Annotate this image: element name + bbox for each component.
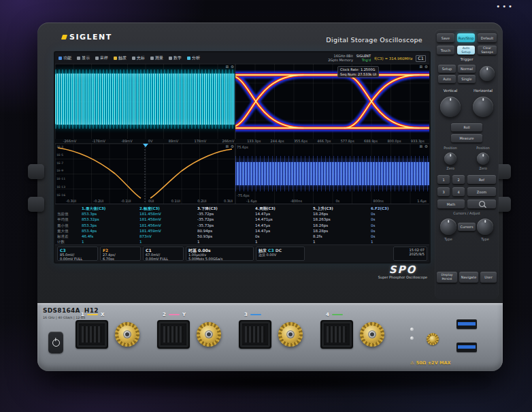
menu-item[interactable]: 光标	[132, 55, 145, 61]
menu-item[interactable]: 触发	[114, 55, 127, 61]
axis-label: 933.3ps	[411, 139, 425, 144]
axis-label: 75.6ps	[237, 145, 248, 150]
channel-badge[interactable]: C1	[416, 55, 426, 62]
display-persist-button[interactable]: Display Persist	[437, 272, 457, 283]
plot-jitter-track[interactable]: ⊞ ⚙ 75.6ps -75.6ps -1.6μs-800ns0s800ns1.…	[235, 144, 429, 204]
channel-status-box[interactable]: C1 67.0mV/ 0.00mV FULL	[143, 247, 184, 261]
navigate-button[interactable]: Navigate	[459, 272, 478, 283]
touch-button[interactable]: Touch	[437, 46, 454, 54]
expand-icon[interactable]: ⊞	[419, 65, 422, 69]
trigger-auto-button[interactable]: Auto	[438, 75, 456, 83]
channel-4-button[interactable]: 4	[452, 187, 465, 196]
axis-label: 1E-13	[56, 185, 65, 189]
horizontal-scale-knob[interactable]	[473, 97, 493, 117]
memory-info: 16GHz-8Bit 2Gpts Memory	[328, 54, 353, 62]
table-cell: 2.幅度(C3)	[139, 206, 196, 211]
plot-bathtub-curve[interactable]: ⊞ ⚙ 1E-31E-51E-71E-91E-111E-131E-16 -	[55, 144, 235, 204]
axis-label: 0.1UI	[171, 199, 180, 204]
menu-item[interactable]: 显示	[77, 55, 90, 61]
search-button[interactable]	[467, 200, 496, 208]
bnc-center-pin	[125, 332, 129, 336]
table-cell	[57, 206, 80, 211]
probe-interface-connector	[320, 320, 353, 349]
menu-item[interactable]: 测量	[150, 55, 163, 61]
memory-depth-label: 2Gpts Memory	[328, 59, 353, 63]
channel-name: C3	[60, 248, 95, 253]
axis-label: 577.8ps	[341, 139, 354, 144]
channel-input-group: 1 X	[76, 311, 148, 349]
zoom-button[interactable]: Zoom	[467, 187, 496, 196]
settings-icon[interactable]: ⚙	[425, 144, 428, 148]
menu-item-icon	[114, 57, 117, 60]
auto-setup-button[interactable]: Auto Setup	[457, 46, 475, 54]
channel-1-button[interactable]: 1	[437, 175, 450, 184]
spo-logo-block: SPO Super Phosphor Oscilloscope	[376, 264, 429, 279]
trigger-slope: 边沿	[259, 253, 265, 257]
sample-position-marker[interactable]	[143, 144, 148, 147]
channel-inputs: 1 X 2 Y	[76, 311, 393, 349]
vertical-scale-knob[interactable]	[440, 97, 461, 117]
axis-label: 1E-5	[56, 153, 65, 157]
timebase-status-box[interactable]: 时基 0.00s 1.00μs/div 5.00Mpts 5.00GSa/s	[186, 247, 254, 261]
channel-status-box[interactable]: F2 27.4ps/ 6.70ps	[100, 247, 141, 261]
model-text: SDS8164A	[43, 307, 80, 314]
device-shadow	[51, 372, 490, 392]
expand-icon[interactable]: ⊞	[225, 144, 229, 148]
channel-scale: 67.0mV/	[146, 253, 160, 257]
cursor-knob[interactable]	[440, 219, 456, 235]
channel-status-box[interactable]: C3 85.0mV/ 0.00mV FULL	[57, 247, 98, 261]
overflow-menu-icon[interactable]: •••	[496, 3, 514, 10]
run-stop-button[interactable]: Run/Stop	[457, 33, 475, 42]
expand-icon[interactable]: ⊞	[419, 144, 422, 148]
channel-number: 2	[163, 312, 166, 317]
menu-item[interactable]: 功能	[59, 55, 71, 61]
table-cell: 853.32ps	[82, 217, 138, 222]
horizontal-position-knob[interactable]	[477, 153, 489, 165]
channel-3-button[interactable]: 3	[437, 187, 450, 196]
trigger-status-box[interactable]: 触发 C3 DC 边沿 0.00V	[256, 247, 305, 261]
trigger-single-button[interactable]: Single	[458, 75, 476, 83]
spo-subtitle: Super Phosphor Oscilloscope	[376, 275, 429, 279]
roll-button[interactable]: Roll	[451, 123, 482, 131]
adjust-knob[interactable]	[477, 219, 493, 235]
measure-button[interactable]: Measure	[451, 134, 482, 142]
menu-item[interactable]: 数学	[169, 55, 182, 61]
math-button[interactable]: Math	[437, 200, 465, 208]
ref-button[interactable]: Ref	[467, 175, 496, 184]
warning-icon: ⚠	[410, 360, 414, 366]
vertical-position-knob[interactable]	[444, 153, 456, 165]
trigger-setup-button[interactable]: Setup	[438, 65, 456, 73]
axis-label: 266mV	[222, 139, 234, 144]
user-button[interactable]: User	[480, 272, 497, 283]
expand-icon[interactable]: ⊞	[225, 65, 229, 69]
power-button[interactable]	[48, 332, 63, 353]
cal-output-connector	[427, 333, 439, 345]
channel-axis-tag: Y	[182, 312, 186, 317]
probe-interface-connector	[239, 320, 271, 349]
cursors-button[interactable]: Cursors	[458, 223, 476, 231]
channel-offset: 0.00mV FULL	[146, 257, 168, 261]
clear-sweeps-button[interactable]: Clear Sweeps	[478, 46, 497, 54]
display-screen: 功能 显示 采样	[54, 51, 431, 264]
channel-label: 2 Y	[163, 311, 229, 318]
menu-item-label: 采样	[100, 55, 108, 61]
channel-2-button[interactable]: 2	[452, 175, 465, 184]
table-cell: 4.周期(C3)	[255, 206, 312, 211]
table-cell: 181.458mV	[139, 217, 196, 222]
menu-item[interactable]: 分析	[187, 55, 200, 61]
settings-icon[interactable]: ⚙	[425, 65, 428, 69]
table-cell: 3.下降(C3)	[197, 206, 254, 211]
probe-comp-pins	[410, 328, 414, 340]
default-button[interactable]: Default	[478, 33, 497, 42]
trigger-normal-button[interactable]: Normal	[458, 65, 476, 73]
settings-icon[interactable]: ⚙	[231, 144, 234, 148]
channel-color-dash	[332, 314, 343, 316]
settings-icon[interactable]: ⚙	[231, 65, 234, 69]
brand-logo-text: SIGLENT	[69, 33, 112, 42]
save-button[interactable]: Save	[437, 33, 454, 42]
plot-eye-diagram[interactable]: ⊞ ⚙ Clock Rate: 1.2500G Seq Num: 27.533k…	[235, 64, 429, 139]
menu-item[interactable]: 采样	[95, 55, 108, 61]
left-handle-top	[28, 164, 44, 179]
plot-noise-band-cyan[interactable]: ⊞ ⚙	[55, 64, 235, 139]
trigger-level-knob[interactable]	[480, 66, 495, 81]
